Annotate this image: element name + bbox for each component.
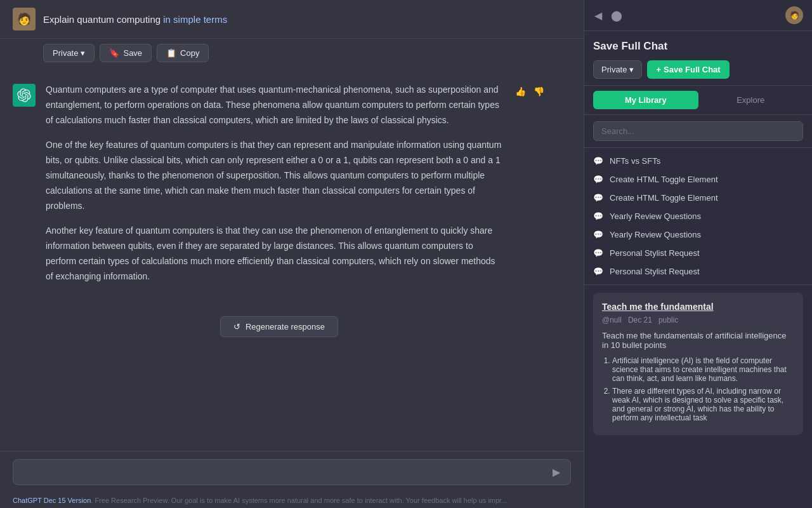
- message-row: Quantum computers are a type of computer…: [13, 83, 546, 295]
- regen-label: Regenerate response: [246, 322, 325, 331]
- toolbar: Private ▾ 🔖 Save 📋 Copy: [0, 39, 584, 70]
- explore-card-prompt: Teach me the fundamentals of artificial …: [602, 331, 794, 350]
- regen-icon: ↺: [233, 322, 240, 331]
- library-item-label: Personal Stylist Request: [610, 267, 700, 276]
- list-item[interactable]: 💬 Yearly Review Questions: [584, 225, 812, 244]
- chevron-down-icon: ▾: [81, 48, 85, 58]
- page-title: Explain quantum computing in simple term…: [43, 14, 227, 25]
- library-item-label: Yearly Review Questions: [610, 211, 701, 221]
- footer-link[interactable]: ChatGPT Dec 15 Version: [13, 497, 91, 504]
- copy-icon: 📋: [166, 48, 176, 58]
- input-box: ▶: [13, 459, 571, 485]
- user-avatar: 🧑: [13, 8, 36, 30]
- library-item-label: Create HTML Toggle Element: [610, 193, 718, 203]
- main-panel: 🧑 Explain quantum computing in simple te…: [0, 0, 584, 508]
- search-area: [584, 115, 812, 148]
- bullet-1: Artificial intelligence (AI) is the fiel…: [612, 356, 794, 383]
- tab-explore[interactable]: Explore: [698, 91, 804, 109]
- private-label: Private: [53, 48, 78, 58]
- list-item[interactable]: 💬 NFTs vs SFTs: [584, 152, 812, 170]
- chat-icon: 💬: [593, 193, 603, 203]
- list-item[interactable]: 💬 Create HTML Toggle Element: [584, 189, 812, 207]
- save-icon: 🔖: [109, 48, 119, 58]
- paragraph-2: One of the key features of quantum compu…: [46, 138, 504, 213]
- chevron-down-icon: ▾: [629, 65, 634, 74]
- chat-icon: 💬: [593, 248, 603, 258]
- library-item-label: Create HTML Toggle Element: [610, 175, 718, 184]
- right-top-bar: ◀ ⬤ 🧑: [584, 0, 812, 31]
- library-item-label: Yearly Review Questions: [610, 230, 701, 239]
- library-search-input[interactable]: [593, 121, 803, 141]
- tabs-row: My Library Explore: [584, 86, 812, 115]
- send-button[interactable]: ▶: [553, 466, 560, 478]
- footer: ChatGPT Dec 15 Version. Free Research Pr…: [0, 493, 584, 508]
- chat-icon: 💬: [593, 267, 603, 276]
- save-button[interactable]: 🔖 Save: [100, 44, 152, 62]
- chat-input[interactable]: [23, 467, 553, 478]
- message-actions: 👍 👎: [514, 85, 546, 98]
- bot-avatar: [13, 84, 36, 107]
- content-area: Quantum computers are a type of computer…: [0, 70, 584, 451]
- bullet-2: There are different types of AI, includi…: [612, 387, 794, 422]
- list-item[interactable]: 💬 Personal Stylist Request: [584, 262, 812, 281]
- save-full-button[interactable]: + Save Full Chat: [647, 60, 729, 79]
- list-item[interactable]: 💬 Create HTML Toggle Element: [584, 170, 812, 189]
- regen-area: ↺ Regenerate response: [13, 310, 546, 350]
- private-button[interactable]: Private ▾: [43, 44, 95, 62]
- chat-icon: 💬: [593, 211, 603, 221]
- library-list: 💬 NFTs vs SFTs 💬 Create HTML Toggle Elem…: [584, 148, 812, 285]
- explore-meta-public: public: [658, 316, 678, 324]
- thumbs-up-button[interactable]: 👍: [514, 85, 527, 98]
- paragraph-1: Quantum computers are a type of computer…: [46, 83, 504, 128]
- save-chat-actions: Private ▾ + Save Full Chat: [593, 60, 803, 79]
- chevron-left-icon[interactable]: ◀: [593, 8, 603, 23]
- thumbs-down-button[interactable]: 👎: [532, 85, 546, 98]
- explore-card: Teach me the fundamental @null Dec 21 pu…: [593, 293, 803, 435]
- chat-icon: 💬: [593, 230, 603, 239]
- message-content: Quantum computers are a type of computer…: [46, 83, 504, 284]
- explore-card-bullets: Artificial intelligence (AI) is the fiel…: [602, 356, 794, 422]
- chat-icon: 💬: [593, 156, 603, 166]
- user-avatar-small: 🧑: [785, 6, 803, 24]
- right-panel: ◀ ⬤ 🧑 Save Full Chat Private ▾ + Save Fu…: [584, 0, 812, 508]
- paragraph-3: Another key feature of quantum computers…: [46, 224, 504, 284]
- copy-button[interactable]: 📋 Copy: [157, 44, 209, 62]
- save-chat-header: Save Full Chat Private ▾ + Save Full Cha…: [584, 31, 812, 86]
- list-item[interactable]: 💬 Personal Stylist Request: [584, 244, 812, 262]
- right-panel-scroll: Teach me the fundamental @null Dec 21 pu…: [584, 285, 812, 508]
- input-area: ▶: [0, 451, 584, 493]
- top-bar-icons: ◀ ⬤: [593, 8, 624, 23]
- plus-icon: +: [656, 65, 661, 74]
- more-icon[interactable]: ⬤: [610, 8, 624, 23]
- save-full-label: Save Full Chat: [664, 65, 721, 74]
- list-item[interactable]: 💬 Yearly Review Questions: [584, 207, 812, 225]
- chat-icon: 💬: [593, 175, 603, 184]
- regenerate-button[interactable]: ↺ Regenerate response: [220, 316, 338, 337]
- library-item-label: Personal Stylist Request: [610, 248, 700, 258]
- privacy-label: Private: [601, 65, 627, 74]
- explore-card-title[interactable]: Teach me the fundamental: [602, 302, 794, 312]
- library-item-label: NFTs vs SFTs: [610, 156, 660, 166]
- explore-card-meta: @null Dec 21 public: [602, 316, 794, 324]
- privacy-dropdown[interactable]: Private ▾: [593, 60, 642, 79]
- explore-meta-null: @null: [602, 316, 622, 324]
- top-bar: 🧑 Explain quantum computing in simple te…: [0, 0, 584, 39]
- explore-meta-date: Dec 21: [628, 316, 652, 324]
- tab-my-library[interactable]: My Library: [593, 91, 698, 109]
- save-chat-title: Save Full Chat: [593, 40, 803, 53]
